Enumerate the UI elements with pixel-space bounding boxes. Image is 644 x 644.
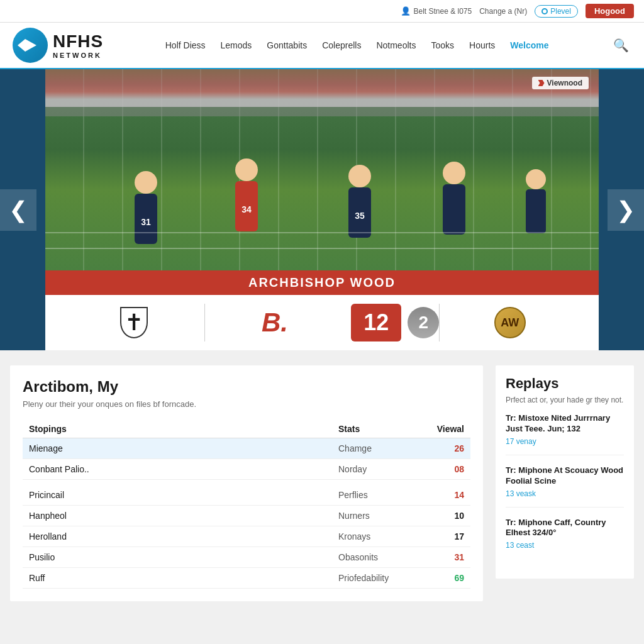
replay-title: Tr: Miphone Caff, Country Elhest 324/0°	[506, 518, 624, 539]
score-bar: ARCHBISHOP WOOD	[45, 270, 599, 295]
replay-items: Tr: Mistoxe Nited Jurrrnary Just Teee. J…	[506, 413, 624, 558]
table-header: Stopings Stats Viewal	[23, 420, 470, 438]
row-team-name: Ruff	[29, 573, 338, 583]
team-b-letter: B.	[262, 308, 288, 338]
top-bar: 👤 Belt Stnee & l075 Change a (Nr) Plevel…	[0, 0, 644, 23]
search-button[interactable]: 🔍	[611, 35, 631, 55]
user-text: Belt Stnee & l075	[413, 7, 472, 16]
team-left-logo	[64, 307, 204, 338]
score-right-box: 2	[408, 307, 439, 338]
logo-text: NFHS NETWORK	[53, 31, 103, 59]
replay-item[interactable]: Tr: Mistoxe Nited Jurrrnary Just Teee. J…	[506, 413, 624, 455]
row-viewal: 31	[414, 552, 464, 562]
replay-meta: 17 venay	[506, 437, 624, 446]
table-row[interactable]: Conbant Palio.. Norday 08	[23, 459, 470, 480]
col-viewal-header: Viewal	[414, 424, 464, 434]
col-stats-header: Stats	[338, 424, 414, 434]
user-icon: 👤	[401, 6, 411, 16]
row-stats: Perflies	[338, 490, 414, 500]
table-row[interactable]: Pricincail Perflies 14	[23, 485, 470, 506]
main-nav: Holf Diess Lemods Gonttabits Coleprells …	[122, 35, 592, 55]
svg-rect-15	[45, 69, 599, 116]
table-row[interactable]: Ruff Priofedability 69	[23, 568, 470, 589]
svg-text:34: 34	[242, 204, 252, 214]
nav-item-holf-diess[interactable]: Holf Diess	[159, 35, 212, 55]
replay-meta: 13 ceast	[506, 541, 624, 550]
row-stats: Priofedability	[338, 573, 414, 583]
viewnood-badge: Viewnood	[532, 77, 589, 89]
logo-area: NFHS NETWORK	[13, 28, 103, 63]
hero-section: ❮ 31 34 35	[0, 69, 644, 350]
standings-section: Arctibom, My Pleny our their your onques…	[10, 365, 483, 601]
replays-title: Replays	[506, 375, 624, 392]
nav-item-notmeolts[interactable]: Notmeolts	[370, 35, 422, 55]
row-stats: Chamge	[338, 443, 414, 453]
table-row[interactable]: Pusilio Obasonits 31	[23, 547, 470, 568]
replays-section: Replays Prfect act or, your hade gr they…	[496, 365, 634, 579]
replay-title: Tr: Mistoxe Nited Jurrrnary Just Teee. J…	[506, 413, 624, 435]
game-video-frame[interactable]: 31 34 35	[45, 69, 599, 270]
svg-rect-12	[526, 189, 546, 233]
next-arrow-button[interactable]: ❯	[608, 189, 644, 231]
hogood-button[interactable]: Hogood	[586, 4, 634, 18]
nav-item-coleprells[interactable]: Coleprells	[316, 35, 367, 55]
nav-item-tooks[interactable]: Tooks	[425, 35, 460, 55]
row-stats: Nurners	[338, 511, 414, 521]
row-viewal: 17	[414, 531, 464, 541]
row-stats: Kronays	[338, 531, 414, 541]
row-viewal: 08	[414, 464, 464, 474]
main-content: Arctibom, My Pleny our their your onques…	[0, 350, 644, 616]
nfhs-logo-icon	[13, 28, 48, 63]
svg-point-3	[235, 158, 258, 181]
aw-logo-circle: AW	[494, 307, 526, 338]
nav-item-hourts[interactable]: Hourts	[463, 35, 501, 55]
replays-desc: Prfect act or, your hade gr they not.	[506, 396, 624, 404]
players-svg: 31 34 35	[45, 69, 599, 270]
svg-point-6	[348, 165, 371, 187]
row-viewal: 69	[414, 573, 464, 583]
nav-item-lemods[interactable]: Lemods	[214, 35, 258, 55]
standings-rows: Mienage Chamge 26 Conbant Palio.. Norday…	[23, 438, 470, 589]
row-viewal: 10	[414, 511, 464, 521]
header: NFHS NETWORK Holf Diess Lemods Gonttabit…	[0, 23, 644, 69]
svg-text:35: 35	[355, 211, 365, 221]
plevel-badge[interactable]: Plevel	[535, 5, 578, 18]
row-team-name: Herolland	[29, 531, 338, 541]
table-group-divider	[23, 480, 470, 485]
row-team-name: Conbant Palio..	[29, 464, 338, 474]
team-aw-logo: AW	[440, 307, 580, 338]
score-left: 12	[364, 309, 389, 336]
row-team-name: Mienage	[29, 443, 338, 453]
table-row[interactable]: Mienage Chamge 26	[23, 438, 470, 459]
standings-desc: Pleny our their your onques on files bf …	[23, 399, 470, 409]
row-viewal: 14	[414, 490, 464, 500]
team-b-logo: B.	[205, 308, 345, 338]
row-team-name: Pusilio	[29, 552, 338, 562]
change-text: Change a (Nr)	[479, 7, 527, 16]
row-viewal: 26	[414, 443, 464, 453]
replay-title: Tr: Miphone At Scouacy Wood Foolial Scin…	[506, 465, 624, 487]
replay-item[interactable]: Tr: Miphone At Scouacy Wood Foolial Scin…	[506, 465, 624, 508]
replay-meta: 13 veask	[506, 489, 624, 498]
row-stats: Obasonits	[338, 552, 414, 562]
aw-logo-text: AW	[501, 316, 519, 330]
score-right: 2	[419, 313, 429, 333]
plevel-circle-icon	[541, 8, 548, 14]
table-row[interactable]: Hanpheol Nurners 10	[23, 506, 470, 526]
row-stats: Norday	[338, 464, 414, 474]
viewnood-text: Viewnood	[547, 79, 582, 87]
nav-item-gonttabits[interactable]: Gonttabits	[260, 35, 313, 55]
score-left-box: 12	[351, 304, 401, 341]
prev-arrow-button[interactable]: ❮	[0, 189, 36, 231]
svg-text:31: 31	[141, 217, 151, 227]
standings-title: Arctibom, My	[23, 378, 470, 396]
replay-item[interactable]: Tr: Miphone Caff, Country Elhest 324/0° …	[506, 518, 624, 559]
nav-item-welcome[interactable]: Welcome	[504, 35, 555, 55]
svg-point-9	[443, 162, 465, 184]
svg-point-0	[135, 171, 157, 194]
table-row[interactable]: Herolland Kronays 17	[23, 526, 470, 547]
score-panel: B. 12 2 AW	[45, 295, 599, 350]
col-name-header: Stopings	[29, 424, 338, 434]
shield-icon	[120, 307, 148, 338]
svg-point-11	[526, 169, 546, 189]
